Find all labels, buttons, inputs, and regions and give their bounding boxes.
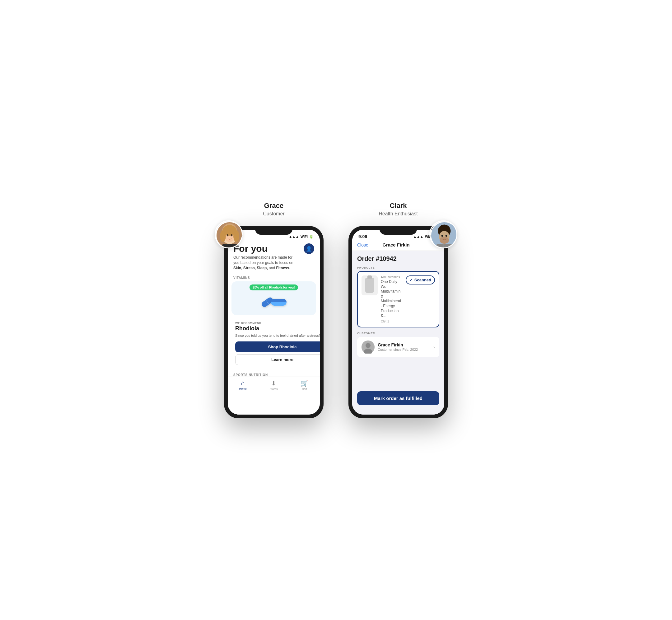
clark-time: 9:06 bbox=[358, 234, 367, 239]
grace-section: Grace Customer 9:07 ▲▲▲ WiFi 🔋 bbox=[224, 202, 324, 418]
customer-card[interactable]: Grace Firkin Customer since Feb. 2022 › bbox=[357, 337, 439, 357]
bottle-icon bbox=[365, 278, 374, 293]
and-text: and bbox=[268, 266, 276, 270]
svg-point-12 bbox=[366, 343, 371, 348]
signal-icon: ▲▲▲ bbox=[289, 235, 299, 239]
profile-icon[interactable]: 👤 bbox=[304, 243, 314, 254]
focus-items: Skin, Stress, Sleep, bbox=[233, 266, 268, 270]
svg-rect-21 bbox=[443, 244, 443, 248]
products-label: PRODUCTS bbox=[357, 266, 439, 269]
rhodiola-description: Since you told us you tend to feel drain… bbox=[235, 333, 320, 338]
grace-role: Customer bbox=[263, 211, 284, 217]
battery-icon: 🔋 bbox=[309, 235, 314, 239]
svg-point-9 bbox=[231, 235, 233, 237]
main-scene: Grace Customer 9:07 ▲▲▲ WiFi 🔋 bbox=[224, 202, 448, 418]
wifi-icon: WiFi bbox=[300, 235, 308, 239]
svg-point-7 bbox=[233, 230, 239, 242]
shop-rhodiola-button[interactable]: Shop Rhodiola bbox=[235, 342, 320, 352]
svg-point-19 bbox=[446, 235, 447, 237]
grace-page-title: For you bbox=[233, 243, 295, 254]
clark-topbar: Close Grace Firkin bbox=[352, 240, 444, 251]
clark-avatar-wrapper bbox=[429, 220, 457, 248]
clark-persona-header: Clark Health Enthusiast bbox=[379, 202, 417, 217]
we-recommend-label: WE RECOMMEND bbox=[235, 321, 320, 325]
product-card: ABC Vitamins One Daily Wo Multivitamin &… bbox=[357, 271, 439, 327]
grace-title-block: For you Our recommendations are made for… bbox=[233, 243, 295, 270]
chevron-right-icon: › bbox=[433, 344, 435, 350]
phone-notch bbox=[255, 226, 292, 235]
svg-point-6 bbox=[220, 230, 226, 242]
desc-text: Our recommendations are made for you bas… bbox=[233, 255, 293, 265]
vitamins-card: 20% off all Rhodiola for you! bbox=[231, 281, 316, 315]
clark-avatar bbox=[430, 221, 457, 248]
clark-role: Health Enthusiast bbox=[379, 211, 417, 217]
clark-phone-notch bbox=[380, 226, 417, 235]
tab-home[interactable]: ⌂ Home bbox=[239, 379, 247, 391]
fulfill-btn-wrapper: Mark order as fulfilled bbox=[357, 391, 439, 405]
scanned-label: Scanned bbox=[414, 278, 431, 282]
svg-point-8 bbox=[227, 235, 229, 237]
grace-screen: For you Our recommendations are made for… bbox=[228, 240, 320, 415]
clark-avatar-svg bbox=[431, 222, 457, 248]
recommendations-row: WE RECOMMEND Rhodiola Since you told us … bbox=[228, 315, 320, 371]
customer-info: Grace Firkin Customer since Feb. 2022 bbox=[378, 342, 430, 351]
close-button[interactable]: Close bbox=[357, 243, 368, 248]
fitness-text: Fitness. bbox=[276, 266, 290, 270]
customer-name: Grace Firkin bbox=[378, 342, 430, 347]
tab-bar: ⌂ Home ⬇ Stores 🛒 Cart bbox=[228, 377, 320, 395]
product-qty: Qty: 1 bbox=[381, 320, 403, 323]
product-brand: ABC Vitamins bbox=[381, 275, 403, 279]
clark-main-content: Order #10942 PRODUCTS ABC Vitamins One D… bbox=[352, 251, 444, 415]
learn-more-button[interactable]: Learn more bbox=[235, 354, 320, 365]
order-title: Order #10942 bbox=[357, 255, 439, 262]
tab-stores[interactable]: ⬇ Stores bbox=[270, 379, 278, 391]
grace-name: Grace bbox=[264, 202, 283, 210]
home-icon: ⌂ bbox=[241, 379, 245, 386]
grace-description: Our recommendations are made for you bas… bbox=[233, 255, 295, 270]
grace-persona-header: Grace Customer bbox=[263, 202, 284, 217]
svg-point-18 bbox=[442, 235, 443, 237]
grace-phone-inner: 9:07 ▲▲▲ WiFi 🔋 For you Our recom bbox=[228, 230, 320, 415]
tab-cart[interactable]: 🛒 Cart bbox=[300, 379, 308, 391]
vitamins-promo: 20% off all Rhodiola for you! bbox=[231, 281, 316, 291]
customer-label: CUSTOMER bbox=[357, 332, 439, 335]
stores-icon: ⬇ bbox=[271, 379, 276, 387]
customer-since: Customer since Feb. 2022 bbox=[378, 348, 430, 351]
checkmark-icon: ✓ bbox=[409, 278, 413, 282]
svg-point-17 bbox=[440, 237, 449, 244]
grace-app-header: For you Our recommendations are made for… bbox=[228, 240, 320, 273]
promo-badge: 20% off all Rhodiola for you! bbox=[249, 285, 298, 291]
pills-illustration bbox=[231, 291, 316, 315]
cart-label: Cart bbox=[302, 388, 307, 391]
grace-avatar-wrapper bbox=[215, 220, 243, 248]
customer-avatar-svg bbox=[361, 341, 375, 354]
vitamins-section-label: VITAMINS bbox=[228, 276, 320, 279]
scanned-badge: ✓ Scanned bbox=[406, 275, 435, 285]
stores-label: Stores bbox=[270, 388, 278, 391]
profile-person-icon: 👤 bbox=[306, 246, 312, 252]
grace-status-icons: ▲▲▲ WiFi 🔋 bbox=[289, 235, 314, 239]
clark-section: Clark Health Enthusiast 9:06 ▲▲▲ WiFi 🔋 bbox=[348, 202, 448, 418]
home-label: Home bbox=[239, 387, 247, 390]
cart-icon: 🛒 bbox=[300, 379, 308, 387]
clark-screen: Close Grace Firkin Order #10942 PRODUCTS bbox=[352, 240, 444, 415]
product-icon-box bbox=[361, 275, 378, 295]
fulfill-button[interactable]: Mark order as fulfilled bbox=[357, 391, 439, 405]
product-name: One Daily Wo Multivitamin & Multimineral… bbox=[381, 279, 403, 318]
svg-rect-20 bbox=[437, 244, 452, 248]
rhodiola-card: WE RECOMMEND Rhodiola Since you told us … bbox=[231, 318, 320, 368]
customer-avatar bbox=[361, 341, 375, 354]
clark-signal-icon: ▲▲▲ bbox=[413, 235, 424, 239]
grace-phone-frame: 9:07 ▲▲▲ WiFi 🔋 For you Our recom bbox=[224, 226, 324, 418]
clark-phone-inner: 9:06 ▲▲▲ WiFi 🔋 Close Grace Firkin bbox=[352, 230, 444, 415]
clark-topbar-title: Grace Firkin bbox=[382, 242, 410, 248]
clark-phone-frame: 9:06 ▲▲▲ WiFi 🔋 Close Grace Firkin bbox=[348, 226, 448, 418]
sports-nutrition-label: SPORTS NUTRITION bbox=[228, 371, 320, 377]
pill-capsule-2 bbox=[271, 299, 286, 306]
clark-name: Clark bbox=[390, 202, 407, 210]
product-name-rhodiola: Rhodiola bbox=[235, 325, 320, 332]
product-info: ABC Vitamins One Daily Wo Multivitamin &… bbox=[381, 275, 403, 323]
